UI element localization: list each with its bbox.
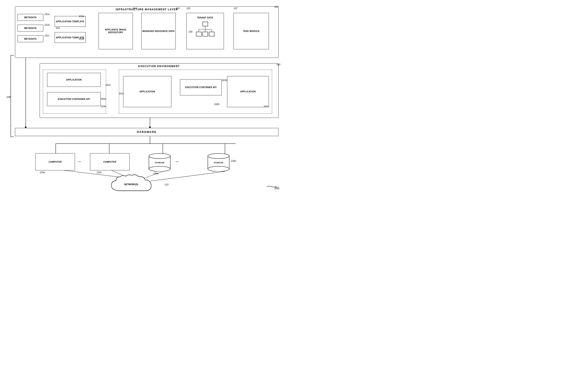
storage-cylinder-a: STORAGE <box>147 152 173 171</box>
svg-point-25 <box>149 153 170 159</box>
metadata-label-a: METADATA <box>24 16 37 19</box>
ref-152a: 152a <box>79 15 84 17</box>
application-template-label-a: APPLICATION TEMPLATE <box>56 20 84 23</box>
ref-153: 153 <box>56 27 60 29</box>
svg-point-30 <box>208 166 229 171</box>
storage-svg-n: STORAGE <box>206 152 231 171</box>
execution-container-api-box-a: EXECUTION CONTAINER API <box>47 92 101 106</box>
execution-container-api-label-b: EXECUTION CONTANER API <box>185 86 217 89</box>
ref-120a: 120a <box>40 171 45 174</box>
ellipsis-storage: ... <box>176 159 178 163</box>
application-label-a: APPLICATION <box>66 79 82 81</box>
managed-resource-data-label: MANAGED RESOURCE DATA <box>143 30 175 33</box>
ref-161a: 161a <box>105 83 111 86</box>
ref-110: 110 <box>164 183 168 186</box>
hardware-label: HARDWARE <box>137 130 157 134</box>
svg-point-26 <box>149 166 170 171</box>
task-module-box: TASK MODULE <box>234 13 269 49</box>
svg-rect-15 <box>203 22 208 26</box>
computer-box-a: COMPUTER <box>35 153 75 170</box>
ref-156: 156 <box>189 31 192 33</box>
hardware-box: HARDWARE <box>15 128 279 136</box>
ref-162c: 162c <box>264 105 269 108</box>
tenant-tree-svg <box>194 21 216 38</box>
application-box-c: APPLICATION <box>227 76 269 107</box>
infrastructure-management-layer-label: INFRASTRUCTURE MANAGEMENT LAYER <box>15 8 278 11</box>
storage-cylinder-n: STORAGE <box>206 152 231 171</box>
application-label-c: APPLICATION <box>240 90 256 93</box>
ref-155: 155 <box>176 7 179 10</box>
ref-160: 160 <box>276 63 280 66</box>
network-cloud: NETWORK(S) <box>107 174 163 195</box>
diagram: INFRASTRUCTURE MANAGEMENT LAYER 150 META… <box>0 0 286 196</box>
ref-100-arrow <box>266 185 276 189</box>
computer-label-n: COMPUTER <box>103 161 116 163</box>
ref-140: 140 <box>6 95 11 98</box>
metadata-label-c: METADATA <box>24 37 37 40</box>
ellipsis-computers: ... <box>78 159 81 163</box>
ref-155-label: 155 <box>186 7 190 10</box>
managed-resource-data-box: MANAGED RESOURCE DATA <box>141 13 176 49</box>
application-template-box-a: APPLICATION TEMPLATE <box>55 16 86 27</box>
task-module-label: TASK MODULE <box>243 30 259 33</box>
ref-151c: 151c <box>44 34 49 37</box>
svg-text:NETWORK(S): NETWORK(S) <box>124 183 138 186</box>
application-label-b: APPLICATION <box>140 90 155 93</box>
computer-label-a: COMPUTER <box>49 161 62 163</box>
metadata-box-b: METADATA <box>17 25 43 32</box>
ref-162a: 162a <box>101 98 106 100</box>
execution-container-api-box-b: EXECUTION CONTANER API <box>180 79 222 95</box>
svg-text:STORAGE: STORAGE <box>214 162 223 164</box>
svg-point-29 <box>208 153 229 159</box>
storage-svg-a: STORAGE <box>147 152 173 171</box>
ref-157: 157 <box>234 7 237 10</box>
ref-151b: 151b <box>44 24 49 26</box>
svg-rect-23 <box>209 32 214 36</box>
cloud-svg: NETWORK(S) <box>107 174 163 195</box>
ref-150: 150 <box>274 6 278 8</box>
appliance-image-repository-label: APPLIANCE IMAGE REPOSITORY <box>99 28 133 34</box>
tenant-data-label: TENANT DATA <box>197 16 213 19</box>
ref-154: 154 <box>133 7 137 10</box>
ref-120n: 120n <box>96 171 102 174</box>
ref-162b: 162b <box>214 103 219 105</box>
metadata-box-a: METADATA <box>17 14 43 21</box>
application-box-a: APPLICATION <box>47 73 101 87</box>
svg-rect-21 <box>196 32 201 36</box>
metadata-label-b: METADATA <box>24 27 37 30</box>
svg-rect-22 <box>203 32 208 36</box>
application-box-b: APPLICATION <box>123 76 171 107</box>
metadata-box-c: METADATA <box>17 35 43 42</box>
ref-163a: 163a <box>101 105 106 108</box>
ref-163b: 163b <box>222 79 227 82</box>
ref-152b: 152b <box>79 37 84 40</box>
svg-text:STORAGE: STORAGE <box>155 162 164 164</box>
ref-130n: 130n <box>231 160 236 162</box>
ref-151a: 151a <box>44 13 49 16</box>
execution-environment-label: EXECUTION ENVIRONMENT <box>40 65 278 68</box>
appliance-image-repository-box: APPLIANCE IMAGE REPOSITORY <box>98 13 133 49</box>
computer-box-n: COMPUTER <box>90 153 130 170</box>
execution-container-api-label-a: EXECUTION CONTAINER API <box>58 98 90 100</box>
